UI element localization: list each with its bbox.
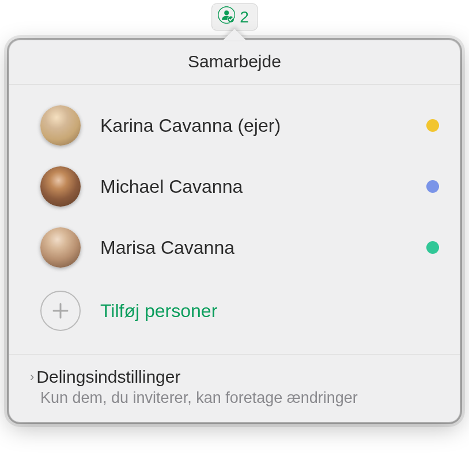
- collaboration-count: 2: [240, 8, 249, 26]
- participant-name: Marisa Cavanna: [100, 237, 407, 258]
- participant-row[interactable]: Michael Cavanna: [40, 156, 439, 217]
- participant-name: Michael Cavanna: [100, 176, 407, 197]
- avatar: [40, 105, 81, 146]
- add-people-label: Tilføj personer: [100, 300, 217, 322]
- plus-icon: [40, 291, 81, 331]
- sharing-settings-subtitle: Kun dem, du inviterer, kan foretage ændr…: [40, 389, 439, 407]
- avatar: [40, 166, 81, 207]
- status-dot: [426, 119, 439, 132]
- participant-name: Karina Cavanna (ejer): [100, 115, 407, 136]
- person-check-icon: [218, 6, 235, 28]
- avatar: [40, 227, 81, 268]
- participant-row[interactable]: Marisa Cavanna: [40, 217, 439, 278]
- svg-point-1: [224, 10, 229, 15]
- add-people-button[interactable]: Tilføj personer: [40, 278, 439, 348]
- participant-list: Karina Cavanna (ejer) Michael Cavanna Ma…: [9, 85, 460, 354]
- participant-row[interactable]: Karina Cavanna (ejer): [40, 95, 439, 156]
- collaboration-popover: Samarbejde Karina Cavanna (ejer) Michael…: [9, 29, 460, 422]
- popover-arrow: [223, 29, 246, 40]
- sharing-settings-title: Delingsindstillinger: [36, 367, 180, 387]
- status-dot: [426, 180, 439, 193]
- collaboration-trigger-button[interactable]: 2: [211, 3, 258, 31]
- status-dot: [426, 241, 439, 254]
- sharing-settings-button[interactable]: › Delingsindstillinger Kun dem, du invit…: [9, 354, 460, 422]
- chevron-right-icon: ›: [30, 370, 34, 384]
- popover-title: Samarbejde: [9, 40, 460, 85]
